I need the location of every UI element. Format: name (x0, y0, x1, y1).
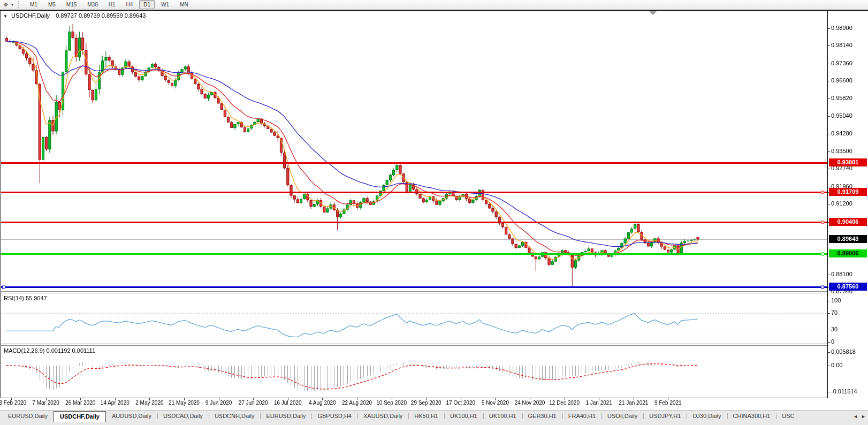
chart-tab-fra40-h1[interactable]: FRA40,H1 (562, 411, 601, 421)
date-axis-label: 24 Nov 2020 (515, 400, 545, 406)
price-line-label[interactable]: 0.93001 (829, 158, 867, 166)
ohlc-values: 0.89737 0.89739 0.89559 0.89643 (56, 12, 146, 19)
price-line-label[interactable]: 0.90406 (829, 218, 867, 226)
date-axis-label: 10 Sep 2020 (376, 400, 407, 406)
chart-tabs: EURUSD,DailyUSDCHF,DailyAUDUSD,DailyUSDC… (2, 411, 851, 423)
date-axis-label: 9 Feb 2021 (654, 400, 682, 406)
date-axis-label: 29 Sep 2020 (411, 400, 441, 406)
chart-tab-gbpusd-h4[interactable]: GBPUSD,H4 (311, 411, 357, 421)
macd-indicator-label: MACD(12,26,9) 0.001192 0.001111 (4, 347, 95, 354)
macd-axis-tick: 0.005818 (831, 348, 856, 355)
price-axis-tick: 0.98140 (831, 42, 852, 48)
rsi-axis-tick: 30 (831, 326, 837, 332)
chart-tab-uk100-h1[interactable]: UK100,H1 (483, 411, 522, 421)
chart-tab-eurusd-daily[interactable]: EURUSD,Daily (260, 411, 311, 421)
chart-canvas[interactable] (0, 0, 868, 425)
price-axis-tick: 0.94280 (831, 130, 852, 136)
timeframe-button-h1[interactable]: H1 (104, 0, 120, 9)
timeframe-button-m15[interactable]: M15 (62, 0, 81, 9)
date-axis-label: 9 Jun 2020 (205, 400, 232, 406)
date-axis-label: 21 Jan 2021 (619, 400, 648, 406)
current-price-label: 0.89643 (829, 235, 867, 243)
date-axis-label: 17 Oct 2020 (446, 400, 475, 406)
chart-tab-china300-h1[interactable]: CHINA300,H1 (727, 411, 776, 421)
date-axis-label: 22 Aug 2020 (342, 400, 372, 406)
chart-tab-bar: EURUSD,DailyUSDCHF,DailyAUDUSD,DailyUSDC… (0, 411, 868, 425)
date-axis-label: 21 May 2020 (169, 400, 200, 406)
date-axis-label: 7 Mar 2020 (32, 400, 59, 406)
macd-axis-tick: -0.011514 (831, 388, 857, 394)
price-line-label[interactable]: 0.91709 (829, 188, 867, 196)
price-axis-tick: 0.95820 (831, 95, 852, 101)
toolbar-grip-handle[interactable] (18, 1, 21, 8)
chart-tab-ger30-h1[interactable]: GER30,H1 (522, 411, 562, 421)
tab-scroll-arrows: ◄ ► (851, 411, 868, 422)
rsi-axis-tick: 70 (831, 309, 837, 316)
date-axis-label: 1 Jan 2021 (585, 400, 612, 406)
timeframe-button-m1[interactable]: M1 (26, 0, 42, 9)
date-axis-label: 16 Jul 2020 (274, 400, 302, 406)
chart-tab-dj30-daily[interactable]: DJ30,Daily (687, 411, 727, 421)
rsi-indicator-label: RSI(14) 55.9047 (4, 295, 47, 301)
chart-tab-eurusd-daily[interactable]: EURUSD,Daily (2, 411, 54, 421)
chart-tools-dropdown-caret-icon[interactable]: ▾ (11, 2, 13, 7)
date-axis-label: 2 May 2020 (135, 400, 163, 406)
date-axis-label: 5 Nov 2020 (482, 400, 509, 406)
date-axis-label: 18 Feb 2020 (0, 400, 26, 406)
chart-tab-hk50-h1[interactable]: HK50,H1 (408, 411, 444, 421)
timeframe-button-d1[interactable]: D1 (139, 0, 155, 9)
chart-tab-usdcnh-daily[interactable]: USDCNH,Daily (209, 411, 261, 421)
price-axis-tick: 0.96600 (831, 77, 852, 84)
date-axis-label: 27 Jun 2020 (239, 400, 268, 406)
rsi-axis-tick: 100 (831, 297, 841, 303)
trading-terminal: ⌖ ▾ M1M5M15M30H1H4D1W1MN ▼ USDCHF,Daily … (0, 0, 868, 425)
chart-tab-xauusd-daily[interactable]: XAUUSD,Daily (357, 411, 408, 421)
chart-tab-audusd-daily[interactable]: AUDUSD,Daily (106, 411, 157, 421)
price-line-label[interactable]: 0.89006 (829, 249, 867, 257)
price-axis-tick: 0.97360 (831, 60, 852, 66)
timeframe-toolbar: ⌖ ▾ M1M5M15M30H1H4D1W1MN (0, 0, 868, 10)
chart-tab-usdcad-daily[interactable]: USDCAD,Daily (157, 411, 209, 421)
date-axis-label: 4 Aug 2020 (309, 400, 336, 406)
rsi-axis-tick: 0 (831, 338, 834, 345)
chart-tab-usoil-daily[interactable]: USOil,Daily (601, 411, 643, 421)
date-axis-label: 26 Mar 2020 (65, 400, 95, 406)
macd-axis-tick: 0.00 (831, 362, 842, 368)
timeframe-button-w1[interactable]: W1 (157, 0, 173, 9)
collapse-caret-icon[interactable]: ▼ (3, 14, 7, 19)
symbol-period-label: USDCHF,Daily (11, 12, 50, 19)
price-axis-tick: 0.95040 (831, 112, 852, 119)
timeframe-button-mn[interactable]: MN (176, 0, 193, 9)
tab-scroll-left-icon[interactable]: ◄ (853, 414, 858, 419)
price-axis-tick: 0.93500 (831, 148, 852, 154)
date-axis-label: 12 Dec 2020 (549, 400, 580, 406)
timeframe-button-h4[interactable]: H4 (122, 0, 138, 9)
price-axis-tick: 0.88100 (831, 271, 852, 277)
price-line-label[interactable]: 0.87560 (829, 283, 867, 291)
chart-tab-usdjpy-h1[interactable]: USDJPY,H1 (643, 411, 687, 421)
price-axis-tick: 0.91200 (831, 200, 852, 207)
price-axis-tick: 0.98900 (831, 25, 852, 31)
chart-cursor-icon[interactable]: ⌖ (2, 1, 10, 9)
date-axis-label: 14 Apr 2020 (101, 400, 130, 406)
tab-scroll-right-icon[interactable]: ► (861, 414, 866, 419)
chart-tab-uk100-h1[interactable]: UK100,H1 (444, 411, 483, 421)
timeframe-button-m30[interactable]: M30 (83, 0, 102, 9)
chart-shift-marker-icon[interactable] (649, 11, 657, 15)
chart-title: ▼ USDCHF,Daily 0.89737 0.89739 0.89559 0… (3, 12, 146, 19)
timeframe-buttons: M1M5M15M30H1H4D1W1MN (26, 0, 195, 9)
chart-tab-usc[interactable]: USC (776, 411, 800, 421)
timeframe-button-m5[interactable]: M5 (44, 0, 60, 9)
chart-tab-usdchf-daily[interactable]: USDCHF,Daily (54, 411, 106, 422)
